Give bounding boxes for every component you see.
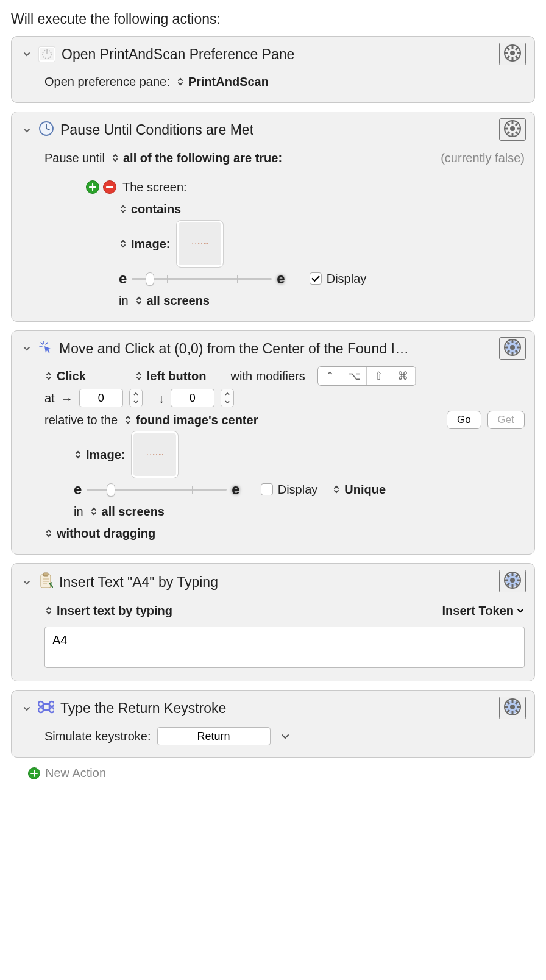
mod-ctrl[interactable]: ⌃	[318, 367, 342, 385]
disclose-toggle[interactable]	[21, 577, 32, 588]
x-stepper[interactable]	[129, 389, 143, 407]
y-step-down[interactable]	[221, 398, 233, 407]
image-source-popup[interactable]: Image:	[119, 233, 170, 255]
gear-icon[interactable]	[499, 570, 526, 592]
mod-cmd[interactable]: ⌘	[391, 367, 416, 385]
action-insert-text: Insert Text "A4" by Typing Insert text b…	[11, 563, 535, 681]
x-step-up[interactable]	[130, 389, 142, 398]
disclose-toggle[interactable]	[21, 343, 32, 354]
in-label: in	[119, 289, 129, 311]
disclose-toggle[interactable]	[21, 49, 32, 60]
display-checkbox[interactable]: Display	[310, 268, 367, 289]
command-icon	[38, 699, 54, 718]
y-field[interactable]	[171, 389, 214, 407]
new-action-button[interactable]: New Action	[28, 766, 535, 780]
action-move-and-click: Move and Click at (0,0) from the Center …	[11, 330, 535, 555]
disclose-toggle[interactable]	[21, 703, 32, 714]
mouse-button-popup[interactable]: left button	[135, 365, 207, 387]
fuzziness-min-label: e	[119, 268, 127, 289]
get-button[interactable]: Get	[488, 411, 525, 429]
keystroke-dropdown[interactable]	[277, 731, 294, 741]
simulate-label: Simulate keystroke:	[44, 725, 151, 747]
relative-label: relative to the	[44, 409, 118, 431]
pref-pane-popup[interactable]: PrintAndScan	[176, 71, 269, 93]
section-title: Will execute the following actions:	[11, 11, 535, 27]
plus-icon	[28, 767, 40, 779]
action-pause-until: Pause Until Conditions are Met Pause unt…	[11, 112, 535, 322]
in-label: in	[74, 500, 83, 522]
fuzziness-slider[interactable]	[132, 271, 272, 286]
y-step-up[interactable]	[221, 389, 233, 398]
click-type-popup[interactable]: Click	[44, 365, 86, 387]
relative-to-popup[interactable]: found image's center	[124, 409, 258, 431]
open-pref-label: Open preference pane:	[44, 71, 170, 93]
action-type-keystroke: Type the Return Keystroke Simulate keyst…	[11, 690, 535, 758]
cursor-click-icon	[38, 340, 53, 358]
with-modifiers-label: with modifiers	[231, 365, 305, 387]
fuzziness-min-label: e	[74, 478, 82, 500]
action-title: Pause Until Conditions are Met	[60, 122, 254, 138]
action-title: Move and Click at (0,0) from the Center …	[59, 341, 409, 357]
clipboard-icon	[38, 572, 53, 592]
action-title: Type the Return Keystroke	[60, 700, 226, 717]
x-field[interactable]	[79, 389, 123, 407]
add-condition-button[interactable]	[86, 180, 99, 194]
remove-condition-button[interactable]	[103, 180, 116, 194]
modifier-segmented[interactable]: ⌃ ⌥ ⇧ ⌘	[317, 366, 416, 386]
arrow-right-icon: →	[61, 388, 73, 410]
gear-icon[interactable]	[499, 43, 526, 65]
contains-popup[interactable]: contains	[119, 198, 181, 220]
screens-popup[interactable]: all screens	[135, 289, 210, 311]
go-button[interactable]: Go	[447, 411, 481, 429]
x-step-down[interactable]	[130, 398, 142, 407]
image-source-popup[interactable]: Image:	[74, 444, 125, 466]
action-open-pref-pane: Open PrintAndScan Preference Pane Open p…	[11, 36, 535, 103]
svg-rect-17	[43, 573, 48, 576]
drag-popup[interactable]: without dragging	[44, 522, 155, 544]
fuzziness-max-label: e	[232, 478, 239, 500]
display-checkbox[interactable]: Display	[261, 478, 318, 500]
gear-icon[interactable]	[499, 697, 526, 719]
action-title: Insert Text "A4" by Typing	[59, 574, 218, 591]
disclose-toggle[interactable]	[21, 125, 32, 136]
insert-text-area[interactable]	[44, 627, 525, 668]
prefpane-icon	[38, 46, 55, 62]
action-title: Open PrintAndScan Preference Pane	[62, 46, 294, 63]
condition-subject: The screen:	[122, 176, 187, 198]
insert-token-button[interactable]: Insert Token	[442, 600, 525, 622]
mod-shift[interactable]: ⇧	[367, 367, 391, 385]
status-label: (currently false)	[441, 147, 525, 169]
gear-icon[interactable]	[499, 337, 526, 360]
keystroke-field[interactable]	[157, 727, 271, 745]
pause-mode-popup[interactable]: all of the following are true:	[111, 147, 282, 169]
image-well[interactable]: ··· ··· ···	[176, 220, 224, 268]
gear-icon[interactable]	[499, 118, 526, 141]
y-stepper[interactable]	[221, 389, 234, 407]
insert-mode-popup[interactable]: Insert text by typing	[44, 600, 172, 622]
screens-popup[interactable]: all screens	[90, 500, 165, 522]
arrow-down-icon: ↓	[158, 388, 165, 410]
fuzziness-max-label: e	[277, 268, 285, 289]
image-well[interactable]: ··· ··· ···	[131, 431, 179, 478]
unique-popup[interactable]: Unique	[332, 478, 386, 500]
mod-option[interactable]: ⌥	[342, 367, 367, 385]
fuzziness-slider[interactable]	[87, 481, 227, 497]
pause-until-label: Pause until	[44, 147, 105, 169]
at-label: at	[44, 387, 55, 409]
clock-icon	[38, 121, 54, 140]
